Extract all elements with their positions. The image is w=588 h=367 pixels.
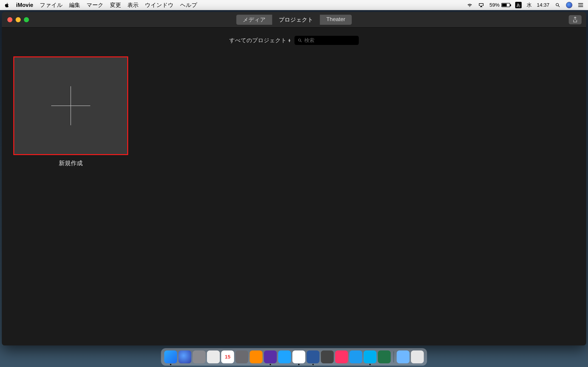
projects-filter-label: すべてのプロジェクト [229, 37, 287, 44]
menubar-edit[interactable]: 編集 [69, 1, 80, 9]
search-icon [298, 38, 302, 43]
siri-icon[interactable] [566, 2, 572, 8]
svg-line-3 [300, 41, 302, 42]
menubar-view[interactable]: 表示 [128, 1, 138, 9]
menubar-mark[interactable]: マーク [86, 1, 104, 9]
spotlight-icon[interactable] [554, 2, 561, 8]
dock-app-vlc[interactable] [250, 350, 262, 363]
imovie-window: メディア プロジェクト Theater すべてのプロジェクト ▴▾ 新規作成 [2, 12, 586, 345]
menubar-window[interactable]: ウインドウ [145, 1, 174, 9]
menubar-help[interactable]: ヘルプ [180, 1, 197, 9]
svg-line-1 [558, 6, 560, 7]
menubar-day[interactable]: 水 [527, 2, 532, 8]
dock-app-word[interactable] [307, 350, 320, 363]
dock-app-preview[interactable] [321, 350, 334, 363]
airplay-icon[interactable] [478, 2, 484, 8]
new-project-card[interactable]: 新規作成 [13, 56, 128, 167]
wifi-icon[interactable] [467, 2, 473, 8]
svg-point-2 [298, 39, 301, 41]
mac-menubar: iMovie ファイル 編集 マーク 変更 表示 ウインドウ ヘルプ 59% あ… [0, 0, 588, 10]
svg-point-0 [556, 3, 559, 6]
window-titlebar: メディア プロジェクト Theater [2, 12, 586, 27]
dock: 15 [161, 348, 427, 366]
projects-filter-dropdown[interactable]: すべてのプロジェクト ▴▾ [229, 37, 290, 44]
projects-toolbar: すべてのプロジェクト ▴▾ [2, 27, 586, 50]
window-maximize-button[interactable] [24, 17, 29, 22]
dock-app-itunes[interactable] [335, 350, 348, 363]
menubar-modify[interactable]: 変更 [110, 1, 121, 9]
dock-app-compass[interactable] [207, 350, 220, 363]
battery-status[interactable]: 59% [489, 2, 510, 8]
dock-app-chrome[interactable] [292, 350, 305, 363]
dock-app-tool[interactable] [235, 350, 248, 363]
dock-separator [393, 351, 394, 362]
dock-folder[interactable] [397, 350, 409, 363]
calendar-day-label: 15 [225, 354, 230, 360]
projects-search-field[interactable] [294, 36, 359, 45]
dock-app-imovie[interactable] [264, 350, 277, 363]
dock-app-siri[interactable] [179, 350, 191, 363]
plus-icon [51, 86, 90, 125]
dock-app-excel[interactable] [378, 350, 391, 363]
menubar-time[interactable]: 14:37 [537, 2, 549, 8]
new-project-thumb[interactable] [13, 56, 128, 155]
new-project-label: 新規作成 [13, 159, 128, 167]
window-close-button[interactable] [7, 17, 12, 22]
apple-logo-icon[interactable] [4, 2, 10, 8]
tab-media[interactable]: メディア [236, 15, 272, 25]
tab-theater[interactable]: Theater [320, 15, 352, 25]
projects-search-input[interactable] [304, 37, 355, 43]
dock-app-calendar[interactable]: 15 [221, 350, 234, 363]
window-minimize-button[interactable] [16, 17, 21, 22]
share-button[interactable] [569, 15, 582, 24]
dock-app-launchpad[interactable] [193, 350, 206, 363]
projects-grid: 新規作成 [2, 50, 586, 174]
library-mode-segmented: メディア プロジェクト Theater [236, 15, 352, 25]
dock-app-safari[interactable] [278, 350, 291, 363]
dock-app-appstore[interactable] [349, 350, 362, 363]
notification-center-icon[interactable] [578, 2, 584, 8]
dock-trash[interactable] [411, 350, 424, 363]
battery-icon [502, 3, 510, 7]
battery-percent-label: 59% [489, 2, 500, 8]
tab-projects[interactable]: プロジェクト [272, 15, 320, 25]
dock-app-finder[interactable] [164, 350, 177, 363]
menubar-file[interactable]: ファイル [40, 1, 63, 9]
dock-app-skype[interactable] [363, 350, 376, 363]
menubar-appname[interactable]: iMovie [16, 2, 33, 8]
ime-indicator[interactable]: あ [515, 2, 522, 8]
updown-icon: ▴▾ [288, 39, 290, 42]
window-traffic-lights [2, 17, 29, 22]
